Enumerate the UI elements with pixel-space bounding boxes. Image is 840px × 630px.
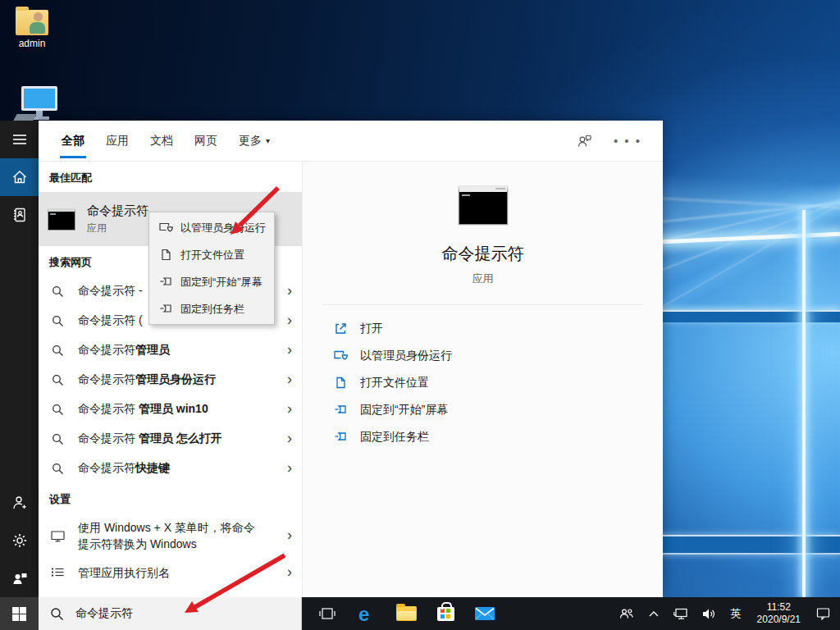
- tray-volume-button[interactable]: [698, 597, 721, 630]
- rail-account-button[interactable]: [0, 484, 39, 522]
- gear-icon: [11, 532, 28, 549]
- best-match-subtitle: 应用: [87, 221, 148, 235]
- chevron-right-icon[interactable]: ›: [287, 401, 292, 418]
- chevron-right-icon[interactable]: ›: [287, 527, 292, 544]
- monitor-icon: [51, 530, 65, 542]
- chevron-right-icon[interactable]: ›: [287, 460, 292, 477]
- rail-journal-button[interactable]: [0, 196, 39, 234]
- mail-envelope-icon: [474, 605, 495, 622]
- pin-icon: [160, 304, 172, 314]
- notebook-icon: [11, 207, 28, 223]
- web-suggestion-row[interactable]: 命令提示符快捷键 ›: [39, 454, 302, 483]
- settings-header: 设置: [39, 483, 302, 514]
- open-icon: [335, 322, 347, 335]
- action-open-file-location[interactable]: 打开文件位置: [303, 369, 663, 396]
- chevron-right-icon[interactable]: ›: [287, 564, 292, 581]
- chevron-right-icon[interactable]: ›: [287, 313, 292, 329]
- context-menu-pin-to-start[interactable]: 固定到“开始”屏幕: [149, 268, 274, 295]
- web-suggestion-row[interactable]: 命令提示符 管理员 win10 ›: [39, 395, 302, 424]
- chevron-right-icon[interactable]: ›: [287, 372, 292, 388]
- hamburger-menu-button[interactable]: [0, 121, 39, 158]
- edge-browser-button[interactable]: e: [353, 597, 381, 630]
- action-center-button[interactable]: [812, 597, 835, 630]
- divider: [322, 304, 643, 305]
- tab-all[interactable]: 全部: [62, 121, 84, 162]
- web-suggestion-row[interactable]: 命令提示符 管理员 怎么打开 ›: [39, 424, 302, 454]
- search-icon: [52, 404, 64, 416]
- rail-home-button[interactable]: [0, 158, 39, 196]
- store-bag-icon: [437, 607, 454, 621]
- best-match-title: 命令提示符: [87, 203, 148, 219]
- edge-icon: e: [356, 603, 377, 624]
- context-menu-pin-to-taskbar[interactable]: 固定到任务栏: [149, 295, 274, 322]
- svg-text:e: e: [358, 603, 369, 624]
- search-icon: [52, 433, 64, 445]
- search-input[interactable]: [75, 607, 256, 620]
- user-folder-icon: [16, 10, 48, 35]
- rail-settings-button[interactable]: [0, 522, 39, 559]
- tray-show-hidden-icons-button[interactable]: [644, 597, 664, 630]
- tab-web[interactable]: 网页: [194, 121, 217, 162]
- clock-date: 2020/9/21: [757, 614, 801, 626]
- windows-logo-icon: [12, 607, 26, 621]
- clock-time: 11:52: [757, 601, 801, 614]
- tab-more[interactable]: 更多▾: [239, 121, 270, 162]
- computer-icon: [21, 86, 57, 111]
- cmd-app-icon: [48, 208, 75, 231]
- search-icon: [52, 345, 64, 357]
- action-center-icon: [816, 607, 831, 620]
- rail-feedback-button[interactable]: [0, 559, 39, 597]
- tray-network-button[interactable]: [669, 597, 692, 630]
- action-open[interactable]: 打开: [303, 315, 663, 342]
- desktop-icon-label: admin: [10, 38, 54, 49]
- detail-subtitle: 应用: [303, 272, 663, 286]
- feedback-icon: [11, 570, 28, 587]
- action-run-as-admin[interactable]: 以管理员身份运行: [303, 342, 663, 369]
- desktop-icon-this-pc[interactable]: [15, 86, 64, 120]
- task-view-button[interactable]: [313, 597, 341, 630]
- microsoft-store-button[interactable]: [431, 597, 459, 630]
- taskbar: e 英 11:52 2020/9/21: [0, 597, 840, 630]
- folder-icon: [396, 606, 417, 621]
- desktop-icon-admin-folder[interactable]: admin: [10, 10, 54, 49]
- search-icon: [52, 315, 64, 327]
- pin-icon: [335, 404, 347, 415]
- settings-result-row[interactable]: 使用 Windows + X 菜单时，将命令提示符替换为 Windows ›: [39, 514, 302, 559]
- taskbar-clock[interactable]: 11:52 2020/9/21: [751, 601, 806, 626]
- hamburger-icon: [11, 131, 28, 148]
- action-pin-to-taskbar[interactable]: 固定到任务栏: [303, 423, 663, 450]
- taskbar-search-box[interactable]: [39, 597, 302, 630]
- start-button[interactable]: [0, 597, 39, 630]
- more-options-icon[interactable]: • • •: [614, 134, 641, 148]
- search-icon: [50, 607, 64, 621]
- mail-button[interactable]: [471, 597, 499, 630]
- file-location-icon: [336, 377, 346, 389]
- file-location-icon: [161, 249, 171, 261]
- search-icon: [52, 463, 64, 475]
- tray-people-button[interactable]: [615, 597, 638, 630]
- ime-language-indicator[interactable]: 英: [727, 597, 746, 630]
- chevron-right-icon[interactable]: ›: [287, 342, 292, 358]
- feedback-icon[interactable]: [577, 133, 592, 148]
- context-menu-run-as-admin[interactable]: 以管理员身份运行: [149, 214, 274, 241]
- web-suggestion-row[interactable]: 命令提示符管理员 ›: [39, 336, 302, 365]
- search-left-rail: [0, 121, 39, 597]
- chevron-down-icon: ▾: [266, 136, 270, 145]
- file-explorer-button[interactable]: [392, 597, 420, 630]
- tab-apps[interactable]: 应用: [106, 121, 129, 162]
- tab-documents[interactable]: 文档: [150, 121, 173, 162]
- chevron-right-icon[interactable]: ›: [287, 431, 292, 447]
- cmd-app-icon-large: [459, 186, 508, 225]
- list-icon: [51, 566, 65, 578]
- action-pin-to-start[interactable]: 固定到“开始”屏幕: [303, 396, 663, 423]
- web-suggestion-row[interactable]: 命令提示符管理员身份运行 ›: [39, 365, 302, 395]
- search-tabs-row: 全部 应用 文档 网页 更多▾ • • •: [39, 121, 663, 162]
- chevron-right-icon[interactable]: ›: [287, 283, 292, 299]
- context-menu-open-file-location[interactable]: 打开文件位置: [149, 241, 274, 268]
- task-view-icon: [319, 606, 336, 621]
- speaker-icon: [702, 608, 717, 620]
- best-match-header: 最佳匹配: [39, 162, 302, 192]
- pin-icon: [335, 431, 347, 442]
- settings-result-row[interactable]: 管理应用执行别名 ›: [39, 559, 302, 587]
- detail-title: 命令提示符: [303, 243, 663, 265]
